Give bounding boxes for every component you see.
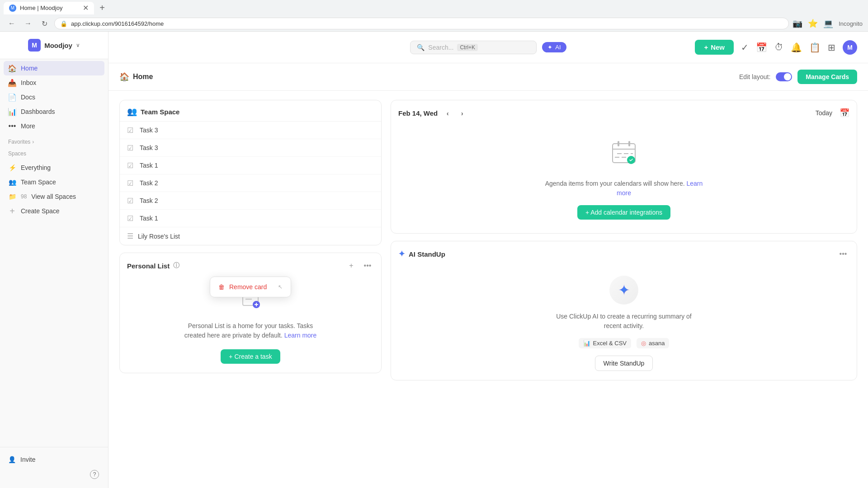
task-checkbox-icon: ☑ xyxy=(127,214,135,222)
calendar-next-button[interactable]: › xyxy=(456,107,468,119)
app-container: M Moodjoy ∨ 🏠 Home 📥 Inbox 📄 Docs 📊 Dash… xyxy=(0,32,868,488)
trash-icon: 🗑 xyxy=(218,283,225,291)
check-icon[interactable]: ✓ xyxy=(741,42,749,53)
list-item[interactable]: ☑ Task 1 xyxy=(120,157,381,174)
ai-standup-title-text: AI StandUp xyxy=(409,250,445,258)
list-item[interactable]: ☑ Task 2 xyxy=(120,192,381,210)
write-standup-button[interactable]: Write StandUp xyxy=(595,356,653,371)
search-bar[interactable]: 🔍 Search... Ctrl+K xyxy=(410,41,537,54)
team-space-card-title: Team Space xyxy=(141,108,179,116)
calendar-navigation: ‹ › xyxy=(441,107,468,119)
ai-icon: ✦ xyxy=(547,44,552,51)
sidebar-item-team-space-label: Team Space xyxy=(21,178,56,186)
ai-standup-more-button[interactable]: ••• xyxy=(837,248,849,260)
favorites-section[interactable]: Favorites › xyxy=(0,135,108,147)
calendar-icon[interactable]: 📅 xyxy=(756,42,767,53)
forward-button[interactable]: → xyxy=(22,17,34,30)
tab-close-button[interactable]: ✕ xyxy=(83,4,89,12)
ai-button[interactable]: ✦ AI xyxy=(542,42,566,52)
task-item-label: Task 1 xyxy=(140,215,158,222)
manage-cards-button[interactable]: Manage Cards xyxy=(797,70,857,84)
page-home-icon: 🏠 xyxy=(119,72,129,82)
sidebar-item-everything[interactable]: ⚡ Everything xyxy=(4,160,104,175)
sidebar-item-more-label: More xyxy=(21,122,35,130)
list-item[interactable]: ☑ Task 2 xyxy=(120,174,381,192)
sidebar-item-team-space[interactable]: 👥 Team Space xyxy=(4,175,104,189)
sidebar-item-invite[interactable]: 👤 Invite xyxy=(4,453,104,466)
edit-layout-label: Edit layout: xyxy=(739,73,770,80)
svg-rect-8 xyxy=(618,141,619,146)
sidebar-item-create-space-label: Create Space xyxy=(21,207,60,215)
remove-card-menu-item[interactable]: 🗑 Remove card ↖ xyxy=(213,280,288,294)
notification-icon[interactable]: 🔔 xyxy=(791,42,802,53)
create-task-button[interactable]: + Create a task xyxy=(221,349,280,364)
create-space-icon: + xyxy=(8,207,16,215)
search-placeholder: Search... xyxy=(428,44,453,51)
excel-csv-integration: 📊 Excel & CSV xyxy=(579,338,631,348)
address-bar[interactable]: 🔒 app.clickup.com/9016164592/home xyxy=(54,18,789,29)
active-tab[interactable]: M Home | Moodjoy ✕ xyxy=(4,2,94,14)
calendar-view-icon[interactable]: 📅 xyxy=(840,108,849,118)
user-avatar[interactable]: M xyxy=(843,40,857,55)
bookmark-icon[interactable]: ⭐ xyxy=(808,19,818,28)
task-item-label: Task 2 xyxy=(140,179,158,187)
team-space-card-header: 👥 Team Space xyxy=(120,100,381,122)
home-icon: 🏠 xyxy=(8,64,16,72)
sidebar-item-inbox[interactable]: 📥 Inbox xyxy=(4,75,104,90)
task-checkbox-icon: ☑ xyxy=(127,197,135,205)
sidebar-item-home[interactable]: 🏠 Home xyxy=(4,61,104,75)
ai-standup-card-body: ✦ Use ClickUp AI to create a recurring s… xyxy=(391,267,857,380)
task-item-label: Task 3 xyxy=(140,144,158,151)
team-space-icon: 👥 xyxy=(8,178,16,186)
camera-off-icon[interactable]: 📷 xyxy=(793,19,802,28)
info-icon: ⓘ xyxy=(173,262,179,270)
list-item[interactable]: ☰ Lily Rose's List xyxy=(120,227,381,245)
calendar-card-body: Agenda items from your calendars will sh… xyxy=(391,126,857,233)
help-button[interactable]: ? xyxy=(88,468,101,481)
task-item-label: Lily Rose's List xyxy=(138,233,180,240)
sidebar-item-invite-label: Invite xyxy=(20,456,35,463)
workspace-chevron-icon[interactable]: ∨ xyxy=(76,42,80,48)
today-button[interactable]: Today xyxy=(812,108,836,118)
add-item-button[interactable]: + xyxy=(345,259,358,272)
personal-list-learn-more-link[interactable]: Learn more xyxy=(284,332,317,339)
view-all-spaces-icon: 📁 xyxy=(8,192,16,201)
list-item[interactable]: ☑ Task 3 xyxy=(120,139,381,157)
ai-label: AI xyxy=(555,44,561,51)
sidebar-item-docs[interactable]: 📄 Docs xyxy=(4,90,104,104)
sidebar-item-view-all-spaces[interactable]: 📁 98 View all Spaces xyxy=(4,189,104,204)
excel-icon: 📊 xyxy=(583,340,590,347)
calendar-prev-button[interactable]: ‹ xyxy=(441,107,454,119)
personal-list-title-text: Personal List xyxy=(127,262,170,270)
integration-logos: 📊 Excel & CSV ◎ asana xyxy=(579,338,670,348)
task-list: ☑ Task 3 ☑ Task 3 ☑ Task 1 ☑ xyxy=(120,122,381,245)
device-icon[interactable]: 💻 xyxy=(823,19,833,28)
dashboards-icon: 📊 xyxy=(8,108,16,116)
list-item[interactable]: ☑ Task 3 xyxy=(120,122,381,139)
new-button[interactable]: + New xyxy=(695,40,734,55)
back-button[interactable]: ← xyxy=(5,17,18,30)
sidebar-item-dashboards[interactable]: 📊 Dashboards xyxy=(4,104,104,119)
file-icon[interactable]: 📋 xyxy=(809,42,821,53)
grid-icon[interactable]: ⊞ xyxy=(828,42,835,53)
edit-layout-toggle[interactable] xyxy=(776,72,792,81)
main-content: 🔍 Search... Ctrl+K ✦ AI + New ✓ 📅 ⏱ 🔔 xyxy=(108,32,868,488)
more-options-button[interactable]: ••• xyxy=(361,259,374,272)
reload-button[interactable]: ↻ xyxy=(38,17,51,30)
docs-icon: 📄 xyxy=(8,93,16,101)
sidebar-spaces: ⚡ Everything 👥 Team Space 📁 98 View all … xyxy=(0,159,108,220)
sidebar-nav: 🏠 Home 📥 Inbox 📄 Docs 📊 Dashboards ••• M… xyxy=(0,59,108,135)
invite-icon: 👤 xyxy=(8,456,16,463)
sidebar-item-more[interactable]: ••• More xyxy=(4,119,104,133)
workspace-icon: M xyxy=(28,39,41,52)
new-tab-button[interactable]: + xyxy=(96,2,108,14)
add-calendar-button[interactable]: + Add calendar integrations xyxy=(577,205,670,220)
plus-icon: + xyxy=(704,43,708,51)
url-text: app.clickup.com/9016164592/home xyxy=(71,20,164,27)
ai-standup-card: ✦ AI StandUp ••• ✦ Use ClickUp AI to cre… xyxy=(391,241,857,380)
list-icon: ☰ xyxy=(127,232,133,240)
sidebar-item-create-space[interactable]: + Create Space xyxy=(4,204,104,218)
timer-icon[interactable]: ⏱ xyxy=(774,42,783,52)
sidebar-item-view-all-count: 98 xyxy=(21,193,27,200)
list-item[interactable]: ☑ Task 1 xyxy=(120,210,381,227)
